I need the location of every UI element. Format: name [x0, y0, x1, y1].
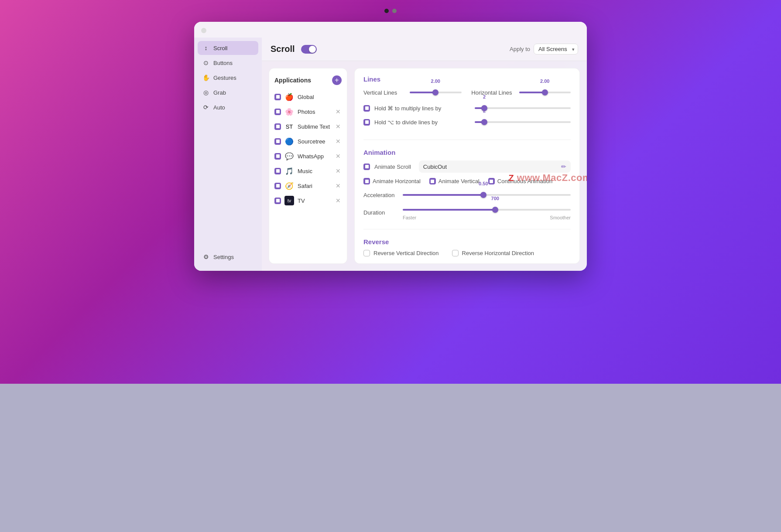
sidebar-item-gestures-label: Gestures [213, 75, 236, 81]
duration-row: Duration 700 [363, 205, 571, 220]
grab-icon: ◎ [202, 89, 210, 96]
continuous-animation-item: Continuous Animation [488, 178, 552, 184]
traffic-light [201, 28, 206, 33]
app-item-photos[interactable]: 🌸 Photos ✕ [269, 104, 347, 119]
sidebar-item-settings[interactable]: ⚙ Settings [198, 250, 258, 264]
sidebar-settings-label: Settings [213, 254, 234, 260]
apply-to-select[interactable]: All Screens [534, 44, 578, 55]
app-item-tv[interactable]: tv TV ✕ [269, 193, 347, 208]
app-name-global: Global [298, 94, 342, 100]
app-icon-safari: 🧭 [284, 181, 294, 191]
settings-icon: ⚙ [202, 253, 210, 261]
animate-scroll-checkbox[interactable] [363, 164, 370, 170]
dock-dots [384, 9, 397, 13]
app-item-safari[interactable]: 🧭 Safari ✕ [269, 178, 347, 193]
app-icon-whatsapp: 💬 [284, 151, 294, 161]
duration-label: Duration [363, 209, 398, 216]
app-item-global[interactable]: 🍎 Global [269, 89, 347, 104]
main-content: Scroll Apply to All Screens [262, 38, 587, 271]
app-checkbox-sublime[interactable] [274, 123, 281, 130]
animate-horizontal-label: Animate Horizontal [373, 178, 421, 184]
sidebar-item-auto-label: Auto [213, 104, 225, 111]
app-checkbox-global[interactable] [274, 94, 281, 100]
reverse-section: Reverse Reverse Vertical Direction Rever… [363, 238, 571, 256]
reverse-vertical-item: Reverse Vertical Direction [363, 250, 439, 256]
animation-section-title: Animation [363, 149, 571, 156]
app-remove-music[interactable]: ✕ [335, 167, 342, 174]
app-name-safari: Safari [298, 183, 331, 189]
continuous-animation-checkbox[interactable] [488, 178, 495, 184]
vertical-lines-value: 2.00 [431, 78, 440, 84]
add-app-button[interactable]: + [332, 75, 342, 85]
divider-1 [363, 140, 571, 140]
desktop-lower [0, 384, 781, 532]
acceleration-row: Acceleration 0.50 [363, 190, 571, 200]
app-checkbox-whatsapp[interactable] [274, 153, 281, 160]
app-checkbox-safari[interactable] [274, 183, 281, 189]
lines-main-row: Vertical Lines 2.00 Horizontal Lines [363, 87, 571, 98]
reverse-vertical-checkbox[interactable] [363, 250, 370, 256]
app-name-photos: Photos [298, 109, 331, 115]
app-remove-sublime[interactable]: ✕ [335, 123, 342, 130]
reverse-horizontal-checkbox[interactable] [452, 250, 459, 256]
hold-opt-row: Hold ⌥ to divide lines by 2 [363, 117, 571, 127]
titlebar [194, 22, 587, 38]
apps-header: Applications + [269, 74, 347, 89]
continuous-animation-label: Continuous Animation [497, 178, 552, 184]
app-name-music: Music [298, 168, 331, 174]
sidebar-item-buttons[interactable]: ⊙ Buttons [198, 56, 258, 70]
lines-section: Lines Vertical Lines 2.00 [363, 75, 571, 131]
animate-vertical-label: Animate Vertical [438, 178, 480, 184]
sidebar-item-scroll-label: Scroll [213, 45, 228, 51]
sidebar-item-scroll[interactable]: ↕ Scroll [198, 41, 258, 55]
edit-icon[interactable]: ✏ [561, 163, 566, 170]
app-item-sourcetree[interactable]: 🔵 Sourcetree ✕ [269, 134, 347, 149]
app-checkbox-photos[interactable] [274, 109, 281, 115]
gestures-icon: ✋ [202, 74, 210, 82]
animation-section: Animation Animate Scroll CubicOut ✏ [363, 149, 571, 220]
app-item-whatsapp[interactable]: 💬 WhatsApp ✕ [269, 149, 347, 164]
auto-icon: ⟳ [202, 103, 210, 111]
sidebar-item-grab-label: Grab [213, 89, 226, 96]
app-remove-sourcetree[interactable]: ✕ [335, 138, 342, 145]
duration-faster-label: Faster [403, 215, 416, 220]
hold-opt-text: Hold ⌥ to divide lines by [374, 119, 470, 126]
app-checkbox-music[interactable] [274, 168, 281, 174]
hold-opt-checkbox[interactable] [363, 119, 370, 126]
app-checkbox-tv[interactable] [274, 198, 281, 204]
app-icon-tv: tv [284, 196, 294, 205]
app-item-music[interactable]: 🎵 Music ✕ [269, 164, 347, 178]
animate-scroll-label: Animate Scroll [374, 164, 411, 170]
app-remove-safari[interactable]: ✕ [335, 182, 342, 189]
hold-cmd-checkbox[interactable] [363, 105, 370, 112]
duration-labels: Faster Smoother [403, 215, 571, 220]
sidebar-item-gestures[interactable]: ✋ Gestures [198, 71, 258, 85]
enable-toggle[interactable] [301, 45, 317, 54]
toggle-knob [309, 46, 316, 53]
app-item-sublime[interactable]: ST Sublime Text ✕ [269, 119, 347, 134]
sidebar: ↕ Scroll ⊙ Buttons ✋ Gestures ◎ Grab [194, 38, 262, 271]
app-icon-sublime: ST [284, 122, 294, 131]
app-remove-tv[interactable]: ✕ [335, 197, 342, 204]
sidebar-item-grab[interactable]: ◎ Grab [198, 85, 258, 99]
hold-cmd-row: Hold ⌘ to multiply lines by 2 [363, 103, 571, 113]
desktop: ↕ Scroll ⊙ Buttons ✋ Gestures ◎ Grab [0, 0, 781, 532]
animate-horizontal-item: Animate Horizontal [363, 178, 421, 184]
app-name-sourcetree: Sourcetree [298, 138, 331, 145]
animation-checkboxes-row: Animate Horizontal Animate Vertical Cont… [363, 178, 571, 184]
scroll-icon: ↕ [202, 44, 210, 52]
sidebar-nav: ↕ Scroll ⊙ Buttons ✋ Gestures ◎ Grab [194, 41, 262, 250]
animate-vertical-checkbox[interactable] [429, 178, 436, 184]
reverse-horizontal-label: Reverse Horizontal Direction [462, 250, 534, 256]
duration-smoother-label: Smoother [550, 215, 571, 220]
animate-horizontal-checkbox[interactable] [363, 178, 370, 184]
app-remove-whatsapp[interactable]: ✕ [335, 153, 342, 160]
animate-type-box[interactable]: CubicOut ✏ [419, 160, 571, 173]
sidebar-item-auto[interactable]: ⟳ Auto [198, 100, 258, 114]
apply-to-label: Apply to [510, 46, 530, 52]
acceleration-label: Acceleration [363, 192, 398, 198]
app-remove-photos[interactable]: ✕ [335, 108, 342, 115]
app-checkbox-sourcetree[interactable] [274, 138, 281, 145]
main-window: ↕ Scroll ⊙ Buttons ✋ Gestures ◎ Grab [194, 22, 587, 271]
animate-scroll-row: Animate Scroll CubicOut ✏ [363, 160, 571, 173]
